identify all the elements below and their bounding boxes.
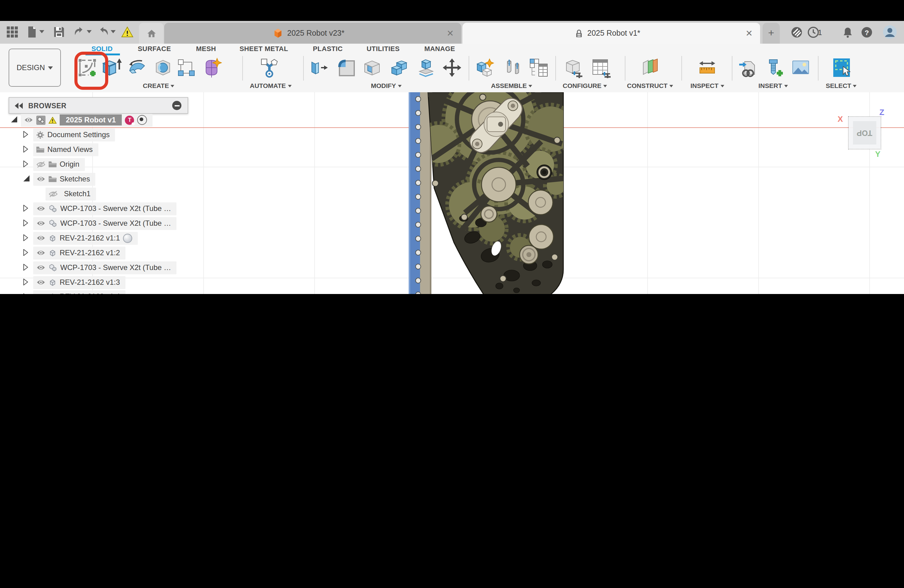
collaborator-badge[interactable]: T [125, 115, 134, 125]
insert-fastener-tool[interactable] [764, 57, 785, 78]
job-status-icon[interactable] [808, 27, 819, 38]
expand-node-icon[interactable] [24, 146, 30, 153]
node-label[interactable]: Named Views [47, 145, 93, 154]
offset-face-tool[interactable] [416, 57, 437, 78]
minimize-panel-icon[interactable] [172, 101, 182, 110]
group-label-modify[interactable]: MODIFY [371, 82, 401, 89]
redo-menu-caret[interactable] [111, 30, 115, 33]
close-tab-icon[interactable]: ✕ [447, 29, 454, 38]
node-label[interactable]: REV-21-2162 v1:2 [60, 248, 120, 257]
visibility-eye-icon[interactable] [36, 264, 46, 270]
ground-indicator-icon[interactable] [137, 115, 147, 125]
browser-panel-header[interactable]: BROWSER [9, 97, 188, 114]
group-label-create[interactable]: CREATE [143, 82, 175, 89]
home-tab[interactable] [139, 23, 164, 44]
workspace-selector[interactable]: DESIGN [9, 49, 61, 87]
robot-gearbox-model[interactable] [400, 92, 572, 294]
visibility-eye-off-icon[interactable] [49, 190, 58, 197]
node-label[interactable]: REV-21-2162 v1:3 [60, 278, 120, 287]
ribbon-tab-utilities[interactable]: UTILITIES [367, 45, 400, 52]
group-label-construct[interactable]: CONSTRUCT [627, 82, 673, 89]
insert-canvas-tool[interactable] [790, 57, 811, 78]
bom-table-tool[interactable] [528, 57, 549, 78]
group-label-automate[interactable]: AUTOMATE [250, 82, 291, 89]
document-tab-robot-v1[interactable]: 2025 Robot v1* ✕ [463, 23, 760, 44]
extensions-icon[interactable] [791, 27, 803, 38]
hole-tool[interactable] [153, 57, 174, 78]
group-label-select[interactable]: SELECT [826, 82, 857, 89]
node-label[interactable]: WCP-1703 - Swerve X2t (Tube … [60, 219, 171, 228]
viewcube-top-face[interactable]: TOP [853, 121, 876, 145]
ribbon-tab-solid[interactable]: SOLID [91, 45, 112, 52]
node-label[interactable]: Sketch1 [64, 190, 91, 198]
expand-node-icon[interactable] [24, 264, 30, 270]
configuration-table-tool[interactable] [590, 57, 611, 78]
move-copy-tool[interactable] [441, 57, 463, 78]
node-label[interactable]: 2025 Robot v1 [60, 114, 122, 125]
node-label[interactable]: REV-21-2162 v1:1 [60, 234, 120, 242]
notifications-bell-icon[interactable] [842, 27, 853, 38]
node-label[interactable]: WCP-1703 - Swerve X2t (Tube … [60, 263, 171, 272]
create-form-tool[interactable] [201, 57, 222, 78]
viewport-canvas[interactable]: TOP X Z Y 1 Face | Area : 13.537 in^2 BR… [0, 92, 904, 294]
select-window-tool[interactable] [831, 57, 852, 78]
node-label[interactable]: Document Settings [47, 130, 110, 139]
visibility-eye-icon[interactable] [36, 279, 46, 285]
node-label[interactable]: WCP-1703 - Swerve X2t (Tube … [60, 204, 171, 213]
visibility-eye-icon[interactable] [36, 205, 46, 212]
visibility-eye-icon[interactable] [36, 250, 46, 256]
press-pull-tool[interactable] [308, 57, 329, 78]
joint-tool[interactable] [503, 57, 523, 78]
ribbon-tab-mesh[interactable]: MESH [196, 45, 216, 52]
combine-tool[interactable] [389, 57, 409, 78]
expand-node-icon[interactable] [24, 249, 30, 256]
expand-node-icon[interactable] [24, 205, 30, 212]
visibility-eye-icon[interactable] [36, 220, 46, 226]
ribbon-tab-surface[interactable]: SURFACE [138, 45, 171, 52]
close-tab-icon[interactable]: ✕ [746, 29, 753, 38]
construct-plane-tool[interactable] [640, 57, 661, 78]
fillet-tool[interactable] [336, 57, 357, 78]
group-label-inspect[interactable]: INSPECT [690, 82, 724, 89]
node-label[interactable]: REV-21-2162 v1:4 [60, 292, 120, 294]
warning-icon[interactable] [49, 117, 57, 123]
group-label-insert[interactable]: INSERT [758, 82, 787, 89]
automate-tool[interactable] [259, 57, 280, 78]
undo-icon[interactable] [73, 26, 85, 38]
redo-icon[interactable] [97, 26, 109, 38]
help-icon[interactable]: ? [861, 27, 872, 38]
upload-warning-icon[interactable] [121, 26, 133, 38]
node-label[interactable]: Origin [60, 160, 79, 169]
visibility-eye-icon[interactable] [36, 176, 46, 182]
pattern-tool[interactable] [176, 57, 197, 78]
new-component-tool[interactable] [474, 57, 495, 78]
collapse-panel-icon[interactable] [15, 103, 23, 109]
save-icon[interactable] [53, 26, 65, 38]
revolve-tool[interactable] [127, 57, 148, 78]
measure-tool[interactable] [697, 57, 718, 78]
group-label-assemble[interactable]: ASSEMBLE [491, 82, 533, 89]
visibility-eye-icon[interactable] [24, 117, 33, 123]
visibility-eye-icon[interactable] [36, 293, 46, 294]
expand-node-icon[interactable] [24, 234, 30, 241]
ribbon-tab-manage[interactable]: MANAGE [424, 45, 455, 52]
sphere-body-icon[interactable] [123, 234, 132, 243]
visibility-eye-off-icon[interactable] [36, 161, 46, 168]
ribbon-tab-plastic[interactable]: PLASTIC [313, 45, 343, 52]
group-label-configure[interactable]: CONFIGURE [563, 82, 607, 89]
ribbon-tab-sheet-metal[interactable]: SHEET METAL [240, 45, 288, 52]
collapse-node-icon[interactable] [24, 175, 30, 182]
expand-node-icon[interactable] [24, 220, 30, 226]
visibility-eye-icon[interactable] [36, 235, 46, 241]
expand-node-icon[interactable] [24, 279, 30, 285]
create-sketch-tool[interactable] [77, 57, 98, 78]
configure-tool[interactable] [563, 57, 583, 78]
avatar[interactable] [883, 25, 897, 39]
expand-node-icon[interactable] [24, 161, 30, 167]
expand-node-icon[interactable] [24, 293, 30, 294]
viewcube[interactable]: TOP [849, 117, 880, 149]
undo-menu-caret[interactable] [87, 30, 92, 33]
document-tab-robot-v23[interactable]: 2025 Robot v23* ✕ [164, 23, 461, 44]
collapse-node-icon[interactable] [11, 116, 17, 123]
insert-derive-tool[interactable] [737, 57, 758, 78]
